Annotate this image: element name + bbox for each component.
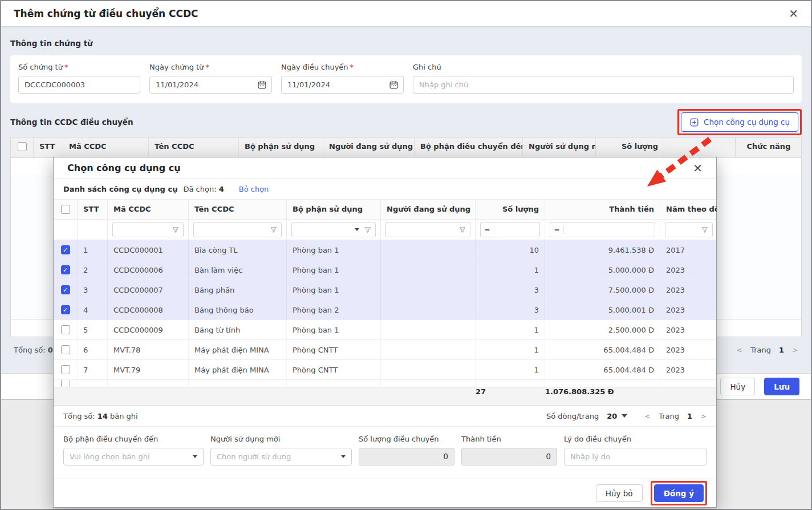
- reason-input[interactable]: [564, 448, 707, 466]
- row-checkbox[interactable]: [61, 325, 70, 334]
- filter-dept-select[interactable]: [291, 222, 376, 237]
- col-year: Năm theo dõi: [660, 200, 717, 219]
- modal-transfer-form: Bộ phận điều chuyển đến Vui lòng chọn bả…: [54, 427, 716, 479]
- col-code: Mã CCDC: [108, 200, 189, 219]
- cell-qty: 3: [476, 300, 545, 319]
- next-page-icon[interactable]: >: [792, 346, 798, 354]
- modal-cancel-button[interactable]: Hủy bỏ: [596, 484, 643, 502]
- row-checkbox[interactable]: [61, 245, 70, 254]
- calendar-icon[interactable]: [257, 80, 267, 90]
- col-dept-to: Bộ phận điều chuyển đến (*): [415, 137, 523, 157]
- row-checkbox-cell: [54, 360, 78, 379]
- modal-title: Chọn công cụ dụng cụ: [67, 163, 181, 173]
- dept-to-label: Bộ phận điều chuyển đến: [63, 435, 204, 443]
- cell-name: Bàn làm việc: [189, 260, 287, 280]
- cell-amount: 5.000.001 Đ: [545, 300, 660, 319]
- cell-stt: 5: [78, 320, 108, 339]
- deselect-link[interactable]: Bỏ chọn: [239, 185, 269, 193]
- cell-amount: 2.500.000 Đ: [545, 320, 660, 339]
- cell-code: CCDC000001: [108, 240, 189, 260]
- cell-current-user: [381, 280, 476, 299]
- page-number[interactable]: 1: [687, 412, 692, 420]
- cell-dept: Phòng ban 2: [287, 300, 381, 319]
- col-name: Tên CCDC: [149, 137, 239, 157]
- transfer-date-input[interactable]: [281, 76, 404, 94]
- select-all-checkbox[interactable]: [18, 142, 27, 151]
- note-input[interactable]: [413, 76, 794, 94]
- cell-dept: Phòng CNTT: [287, 360, 381, 379]
- doc-no-input[interactable]: [18, 76, 140, 94]
- transfer-table-header: STT Mã CCDC Tên CCDC Bộ phận sử dụng Ngư…: [11, 137, 801, 158]
- col-stt: STT: [78, 200, 108, 219]
- table-row[interactable]: 2CCDC000006Bàn làm việcPhòng ban 115.000…: [54, 260, 716, 280]
- modal-subheader: Danh sách công cụ dụng cụ Đã chọn: 4 Bỏ …: [54, 179, 716, 199]
- selected-count: 4: [219, 185, 224, 193]
- prev-page-icon[interactable]: <: [736, 346, 742, 354]
- chevron-down-icon: [622, 414, 627, 418]
- row-checkbox[interactable]: [61, 285, 70, 294]
- row-checkbox[interactable]: [61, 365, 70, 374]
- cell-year: 2023: [660, 260, 717, 280]
- doc-date-input[interactable]: [149, 76, 272, 94]
- equals-operator: =: [481, 226, 494, 234]
- cell-stt: 6: [78, 340, 108, 359]
- cell-year: 2023: [660, 320, 717, 339]
- table-row[interactable]: 6MVT.78Máy phát điện MINAPhòng CNTT165.0…: [54, 340, 716, 360]
- table-row[interactable]: 4CCDC000008Bảng thông báoPhòng ban 235.0…: [54, 300, 716, 320]
- filter-code-input[interactable]: [112, 222, 184, 237]
- dialog-close-icon[interactable]: ✕: [789, 8, 798, 19]
- next-page-icon[interactable]: >: [700, 412, 707, 420]
- col-dept: Bộ phận sử dụng: [287, 200, 381, 219]
- col-new-user: Người sử dụng mới: [523, 137, 596, 157]
- cell-stt: 7: [78, 360, 108, 379]
- note-label: Ghi chú: [413, 63, 794, 71]
- filter-year-input[interactable]: [665, 222, 713, 237]
- table-row[interactable]: 7MVT.79Máy phát điện MINAPhòng CNTT165.0…: [54, 360, 716, 380]
- cell-amount: 5.000.000 Đ: [545, 260, 660, 280]
- calendar-icon[interactable]: [389, 80, 399, 90]
- row-checkbox[interactable]: [61, 265, 70, 274]
- prev-page-icon[interactable]: <: [644, 412, 651, 420]
- row-checkbox-cell: [54, 320, 78, 339]
- table-row[interactable]: 3CCDC000007Bảng phấnPhòng ban 137.500.00…: [54, 280, 716, 300]
- row-checkbox[interactable]: [61, 345, 70, 354]
- amount-label: Thành tiền: [461, 435, 557, 443]
- table-row[interactable]: 1CCDC000001Bìa còng TLPhòng ban 1109.461…: [54, 240, 716, 260]
- cell-name: Bảng từ tính: [189, 320, 287, 339]
- cell-current-user: [381, 340, 476, 359]
- page-number[interactable]: 1: [779, 346, 784, 354]
- dept-to-select[interactable]: Vui lòng chọn bản ghi: [63, 448, 204, 466]
- filter-name-input[interactable]: [193, 222, 282, 237]
- choose-tools-button[interactable]: Chọn công cụ dụng cụ: [681, 112, 798, 132]
- row-checkbox-cell: [54, 240, 78, 260]
- equals-operator: =: [550, 226, 564, 234]
- modal-total-records: Tổng số: 14 bản ghi: [63, 412, 138, 420]
- cell-code: CCDC000009: [108, 320, 189, 339]
- table-row-partial[interactable]: [54, 380, 716, 387]
- filter-amount-input[interactable]: =: [550, 222, 655, 237]
- section-ccdc-transfer: Thông tin CCDC điều chuyển: [10, 118, 133, 127]
- cancel-button[interactable]: Hủy: [720, 378, 755, 395]
- cell-dept: Phòng CNTT: [287, 340, 381, 359]
- cell-code: CCDC000008: [108, 300, 189, 319]
- new-user-select[interactable]: Chọn người sử dụng: [210, 448, 352, 466]
- modal-action-bar: Hủy bỏ Đồng ý: [54, 479, 716, 507]
- reason-label: Lý do điều chuyển: [564, 435, 707, 443]
- table-row[interactable]: 5CCDC000009Bảng từ tínhPhòng ban 112.500…: [54, 320, 716, 340]
- row-checkbox[interactable]: [61, 305, 70, 314]
- modal-close-icon[interactable]: ✕: [693, 163, 703, 174]
- cell-amount: 7.500.000 Đ: [545, 280, 660, 299]
- cell-year: 2023: [660, 300, 717, 319]
- modal-confirm-button[interactable]: Đồng ý: [654, 484, 704, 502]
- row-checkbox[interactable]: [61, 380, 70, 387]
- page-size-select[interactable]: 20: [606, 412, 627, 420]
- chevron-down-icon: [193, 455, 197, 458]
- filter-qty-input[interactable]: =: [480, 222, 540, 237]
- cell-current-user: [381, 320, 476, 339]
- modal-select-all-checkbox[interactable]: [61, 205, 70, 214]
- new-user-label: Người sử dụng mới: [210, 435, 352, 443]
- row-checkbox-cell: [54, 260, 78, 280]
- filter-current-user-input[interactable]: [385, 222, 470, 237]
- save-button[interactable]: Lưu: [764, 378, 799, 395]
- document-info-card: Số chứng từ* Ngày chứng từ* Ngày điều ch…: [10, 55, 802, 103]
